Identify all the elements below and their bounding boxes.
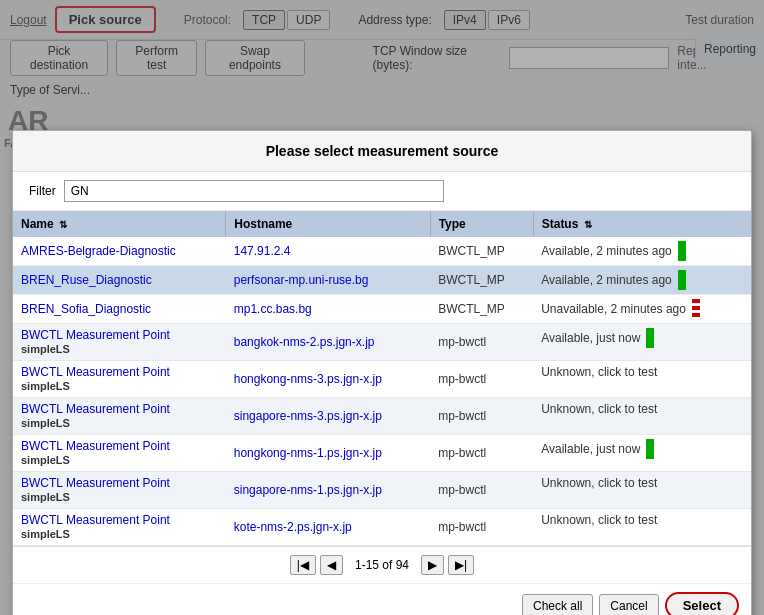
row-status-cell: Unknown, click to test [533,398,751,420]
table-row[interactable]: BWCTL Measurement PointsimpleLSkote-nms-… [13,509,751,546]
row-type-cell: BWCTL_MP [430,237,533,266]
next-page-button[interactable]: ▶ [421,555,444,575]
row-type-cell: mp-bwctl [430,398,533,435]
row-status-cell: Available, 2 minutes ago [533,237,751,265]
modal-dialog: Please select measurement source Filter … [12,130,752,615]
row-name-cell: BREN_Sofia_Diagnostic [13,295,226,324]
row-hostname-cell: kote-nms-2.ps.jgn-x.jp [226,509,430,546]
row-type-cell: mp-bwctl [430,472,533,509]
name-sort-icon: ⇅ [59,219,67,230]
table-row[interactable]: BWCTL Measurement PointsimpleLSsingapore… [13,398,751,435]
row-type-cell: mp-bwctl [430,435,533,472]
page-info: 1-15 of 94 [355,558,409,572]
row-hostname-cell: hongkong-nms-1.ps.jgn-x.jp [226,435,430,472]
table-row[interactable]: AMRES-Belgrade-Diagnostic147.91.2.4BWCTL… [13,237,751,266]
first-page-button[interactable]: |◀ [290,555,316,575]
cancel-button[interactable]: Cancel [599,594,658,616]
type-column-header: Type [430,211,533,237]
row-status-cell: Available, just now [533,435,751,463]
action-row: Check all Cancel Select [13,584,751,615]
row-type-cell: mp-bwctl [430,361,533,398]
row-status-cell: Available, just now [533,324,751,352]
table-row[interactable]: BWCTL Measurement PointsimpleLShongkong-… [13,361,751,398]
row-type-cell: BWCTL_MP [430,266,533,295]
pagination-row: |◀ ◀ 1-15 of 94 ▶ ▶| [13,547,751,584]
row-hostname-cell: 147.91.2.4 [226,237,430,266]
row-hostname-cell: singapore-nms-3.ps.jgn-x.jp [226,398,430,435]
row-name-cell: BWCTL Measurement PointsimpleLS [13,324,226,361]
status-red-indicator [692,299,700,319]
modal-overlay: Please select measurement source Filter … [0,0,764,615]
last-page-button[interactable]: ▶| [448,555,474,575]
select-button[interactable]: Select [665,592,739,615]
row-hostname-cell: hongkong-nms-3.ps.jgn-x.jp [226,361,430,398]
status-sort-icon: ⇅ [584,219,592,230]
source-table: Name ⇅ Hostname Type Status ⇅ AMRES-Belg… [13,211,751,546]
name-column-header: Name ⇅ [13,211,226,237]
row-hostname-cell: perfsonar-mp.uni-ruse.bg [226,266,430,295]
table-row[interactable]: BWCTL Measurement PointsimpleLSsingapore… [13,472,751,509]
status-green-indicator [646,439,654,459]
filter-row: Filter [13,172,751,211]
row-hostname-cell: mp1.cc.bas.bg [226,295,430,324]
row-status-cell: Unknown, click to test [533,509,751,531]
filter-input[interactable] [64,180,444,202]
table-row[interactable]: BREN_Sofia_Diagnosticmp1.cc.bas.bgBWCTL_… [13,295,751,324]
row-name-cell: BWCTL Measurement PointsimpleLS [13,509,226,546]
row-status-cell: Available, 2 minutes ago [533,266,751,294]
table-row[interactable]: BREN_Ruse_Diagnosticperfsonar-mp.uni-rus… [13,266,751,295]
row-name-cell: BREN_Ruse_Diagnostic [13,266,226,295]
row-type-cell: BWCTL_MP [430,295,533,324]
table-container: Name ⇅ Hostname Type Status ⇅ AMRES-Belg… [13,211,751,547]
row-status-cell: Unknown, click to test [533,361,751,383]
table-row[interactable]: BWCTL Measurement PointsimpleLShongkong-… [13,435,751,472]
status-green-indicator [646,328,654,348]
row-name-cell: BWCTL Measurement PointsimpleLS [13,361,226,398]
row-type-cell: mp-bwctl [430,509,533,546]
row-name-cell: BWCTL Measurement PointsimpleLS [13,435,226,472]
status-green-indicator [678,241,686,261]
hostname-column-header: Hostname [226,211,430,237]
status-green-indicator [678,270,686,290]
modal-title: Please select measurement source [13,131,751,172]
row-name-cell: AMRES-Belgrade-Diagnostic [13,237,226,266]
row-status-cell: Unknown, click to test [533,472,751,494]
table-row[interactable]: BWCTL Measurement PointsimpleLSbangkok-n… [13,324,751,361]
prev-page-button[interactable]: ◀ [320,555,343,575]
filter-label: Filter [29,184,56,198]
row-name-cell: BWCTL Measurement PointsimpleLS [13,398,226,435]
status-column-header: Status ⇅ [533,211,751,237]
row-status-cell: Unavailable, 2 minutes ago [533,295,751,323]
row-hostname-cell: singapore-nms-1.ps.jgn-x.jp [226,472,430,509]
row-type-cell: mp-bwctl [430,324,533,361]
check-all-button[interactable]: Check all [522,594,593,616]
row-hostname-cell: bangkok-nms-2.ps.jgn-x.jp [226,324,430,361]
row-name-cell: BWCTL Measurement PointsimpleLS [13,472,226,509]
